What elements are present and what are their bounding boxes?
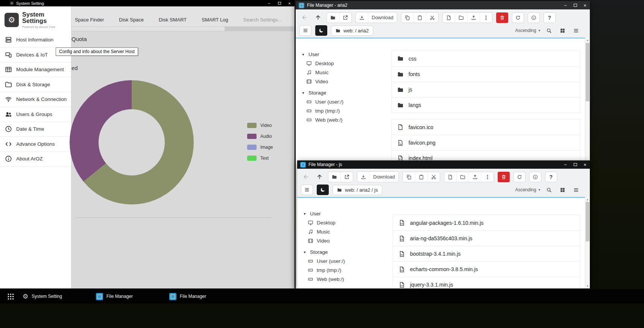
file-row-favicon-ico[interactable]: favicon.ico (392, 119, 580, 135)
tree-section-user[interactable]: ▾User (301, 50, 386, 59)
tree-item-user-drive[interactable]: User (user:/) (303, 256, 387, 265)
list-view-button[interactable] (571, 26, 581, 35)
paste-button[interactable] (415, 172, 427, 182)
tab-disk-smart[interactable]: Disk SMART (159, 17, 187, 23)
menu-button[interactable] (301, 185, 313, 195)
tree-item-tmp-drive[interactable]: tmp (tmp:/) (303, 265, 387, 275)
file-row-bootstrap[interactable]: bootstrap-3.4.1.min.js (393, 246, 580, 261)
download-icon-button[interactable] (356, 12, 368, 23)
cut-button[interactable] (426, 13, 438, 23)
cut-button[interactable] (427, 172, 440, 182)
delete-button[interactable] (496, 12, 508, 23)
sidebar-item-advance-options[interactable]: Advance Options (0, 137, 71, 152)
legend-item-audio[interactable]: Audio (247, 134, 273, 139)
horizontal-scrollbar[interactable]: > (71, 26, 295, 31)
properties-button[interactable] (529, 172, 541, 182)
minimize-button[interactable]: − (264, 0, 274, 6)
paste-button[interactable] (413, 13, 426, 23)
legend-item-video[interactable]: Video (247, 123, 273, 128)
restore-button[interactable] (274, 0, 284, 6)
sidebar-item-disk-storage[interactable]: Disk & Storage (0, 77, 71, 92)
back-button[interactable] (299, 13, 309, 23)
file-row-favicon-png[interactable]: favicon.png (392, 135, 580, 150)
back-button[interactable] (301, 172, 311, 182)
help-button[interactable]: ? (544, 12, 556, 23)
scrollbar-thumb[interactable] (586, 43, 589, 101)
tree-item-video[interactable]: Video (303, 236, 387, 245)
tree-item-tmp-drive[interactable]: tmp (tmp:/) (301, 106, 386, 115)
window-titlebar[interactable]: System Setting − × (0, 0, 295, 6)
minimize-button[interactable]: − (560, 1, 570, 9)
copy-button[interactable] (403, 172, 415, 182)
tree-item-user-drive[interactable]: User (user:/) (301, 97, 386, 106)
open-external-button[interactable] (340, 172, 353, 182)
open-folder-button[interactable] (328, 172, 340, 182)
rename-button[interactable] (481, 172, 494, 182)
settings-search-input[interactable]: Search Settings... (243, 17, 282, 23)
scroll-right-arrow[interactable]: > (293, 26, 295, 31)
close-button[interactable]: × (580, 1, 590, 9)
tab-space-finder[interactable]: Space Finder (75, 17, 104, 23)
close-button[interactable]: × (580, 160, 590, 169)
sidebar-item-users-groups[interactable]: Users & Groups (0, 107, 71, 122)
open-external-button[interactable] (339, 13, 351, 23)
maximize-button[interactable] (570, 1, 580, 9)
close-button[interactable]: × (284, 0, 295, 6)
path-breadcrumb[interactable]: web: / aria2 (331, 26, 373, 36)
file-row-jquery[interactable]: jquery-3.3.1.min.js (393, 277, 580, 288)
list-view-button[interactable] (571, 185, 581, 195)
file-row-langs[interactable]: langs (392, 97, 580, 113)
new-file-button[interactable] (444, 172, 456, 182)
help-button[interactable]: ? (545, 172, 557, 182)
download-button[interactable]: Download (369, 172, 398, 182)
download-icon-button[interactable] (357, 172, 369, 182)
upload-button[interactable] (469, 172, 481, 182)
maximize-button[interactable] (570, 160, 580, 169)
tree-item-video[interactable]: Video (301, 77, 386, 86)
tree-section-storage[interactable]: ▾Storage (303, 247, 387, 256)
taskbar-item-file-manager-1[interactable]: File Manager (91, 289, 165, 304)
sidebar-item-host-information[interactable]: Host Information (0, 33, 71, 48)
dark-mode-button[interactable] (315, 25, 327, 36)
sort-dropdown[interactable]: Ascending▾ (515, 28, 540, 33)
tree-item-web-drive[interactable]: Web (web:/) (303, 275, 387, 284)
legend-item-image[interactable]: Image (247, 145, 273, 150)
dark-mode-button[interactable] (317, 185, 329, 195)
path-breadcrumb[interactable]: web: / aria2 / js (333, 185, 382, 195)
menu-button[interactable] (299, 25, 311, 36)
tree-section-storage[interactable]: ▾Storage (301, 88, 386, 97)
tree-item-music[interactable]: Music (301, 68, 386, 77)
sidebar-item-network-connection[interactable]: Network & Connection (0, 92, 71, 107)
tree-section-user[interactable]: ▾User (303, 209, 387, 218)
rename-button[interactable] (480, 13, 492, 23)
search-button[interactable] (544, 26, 554, 35)
refresh-button[interactable] (512, 12, 524, 23)
new-folder-button[interactable] (456, 172, 469, 182)
scrollbar-thumb[interactable] (71, 27, 225, 31)
new-file-button[interactable] (443, 13, 455, 23)
file-row-fonts[interactable]: fonts (392, 66, 580, 82)
open-folder-button[interactable] (327, 13, 339, 23)
file-row-echarts[interactable]: echarts-common-3.8.5.min.js (393, 261, 580, 277)
search-button[interactable] (544, 185, 554, 195)
tree-item-web-drive[interactable]: Web (web:/) (301, 115, 386, 124)
taskbar-item-system-setting[interactable]: ⚙System Setting (18, 289, 91, 304)
tree-item-desktop[interactable]: Desktop (301, 59, 386, 68)
tab-smart-log[interactable]: SMART Log (202, 17, 228, 23)
scrollbar-thumb[interactable] (586, 202, 589, 241)
taskbar-item-file-manager-2[interactable]: File Manager (165, 289, 238, 304)
upload-button[interactable] (467, 13, 480, 23)
sort-dropdown[interactable]: Ascending▾ (515, 187, 540, 192)
download-button[interactable]: Download (368, 12, 397, 23)
file-row-aria-ng[interactable]: aria-ng-da5356c403.min.js (393, 230, 580, 246)
up-button[interactable] (313, 13, 323, 23)
sidebar-item-about-aroz[interactable]: About ArOZ (0, 152, 71, 167)
file-row-angular[interactable]: angular-packages-1.6.10.min.js (393, 215, 580, 230)
tree-item-desktop[interactable]: Desktop (303, 218, 387, 227)
delete-button[interactable] (498, 172, 510, 182)
app-launcher-button[interactable] (3, 289, 18, 304)
new-folder-button[interactable] (455, 13, 467, 23)
sidebar-item-date-time[interactable]: Date & Time (0, 122, 71, 137)
up-button[interactable] (314, 172, 324, 182)
window-titlebar[interactable]: File Manager - js − × (297, 160, 590, 169)
